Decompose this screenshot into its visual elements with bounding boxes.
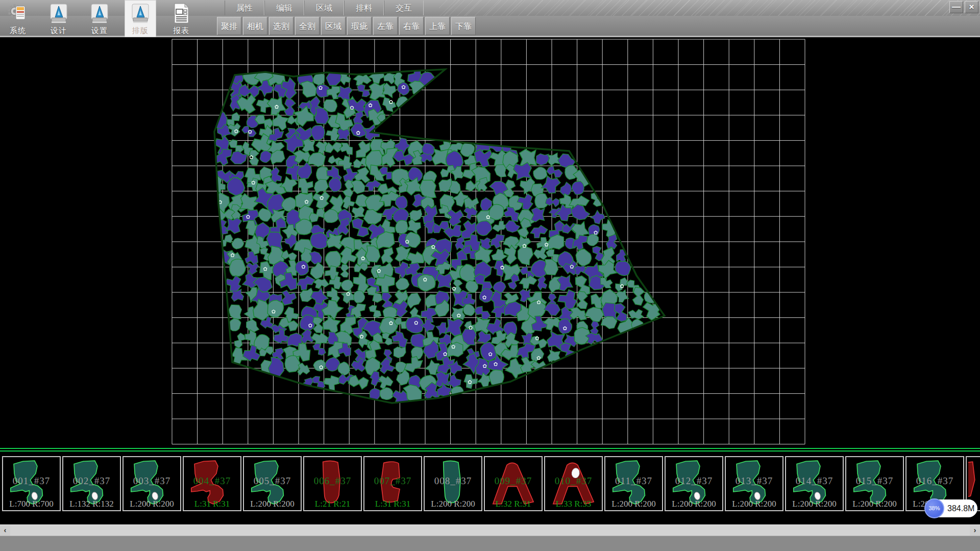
window-controls: — × (949, 1, 978, 13)
piece-lr-count: L:200 R:200 (605, 499, 662, 509)
nav-button-nesting[interactable]: 排版 (125, 0, 156, 37)
piece-name: 013_#37 (726, 475, 782, 487)
tool-button-0[interactable]: 聚排 (217, 17, 241, 35)
nav-label-design: 设计 (43, 26, 75, 36)
piece-lr-count: L:132 R:132 (63, 499, 120, 509)
piece-name: 009_#37 (485, 475, 542, 487)
tool-button-1[interactable]: 相机 (243, 17, 267, 35)
piece-name: 003_#37 (124, 475, 180, 487)
piece-thumbnail-6[interactable]: 006_#37L:21 R:21 (303, 456, 362, 511)
main-nav-bar: 系统设计设置排版报表 (2, 0, 197, 37)
status-bar (0, 536, 980, 551)
set-square-icon (47, 2, 70, 24)
piece-thumbnail-8[interactable]: 008_#37L:200 R:200 (424, 456, 482, 511)
close-button[interactable]: × (965, 1, 978, 13)
application-window: 属性编辑区域排料交互 — × 系统设计设置排版报表 聚排相机选割全割区域瑕疵左靠… (0, 0, 980, 551)
piece-lr-count: L:200 R:200 (726, 499, 782, 509)
piece-thumbnail-11[interactable]: 011_#37L:200 R:200 (604, 456, 663, 511)
strip-divider-line (0, 450, 980, 452)
piece-lr-count: L:700 R:700 (3, 499, 60, 509)
piece-lr-count: L:200 R:200 (846, 499, 903, 509)
tool-button-7[interactable]: 右靠 (399, 17, 424, 35)
report-doc-icon (170, 2, 192, 24)
memory-usage-label: 384.8M (947, 499, 974, 517)
tool-button-9[interactable]: 下靠 (451, 17, 476, 35)
nested-pieces (209, 64, 666, 409)
nav-button-report[interactable]: 报表 (165, 0, 197, 37)
piece-name: 008_#37 (425, 475, 481, 487)
piece-lr-count: L:21 R:21 (304, 499, 361, 509)
piece-thumbnail-7[interactable]: 007_#37L:31 R:31 (363, 456, 422, 511)
piece-name: 001_#37 (3, 475, 60, 487)
piece-thumbnail-9[interactable]: 009_#37L:32 R:31 (484, 456, 543, 511)
piece-thumbnail-4[interactable]: 004_#37L:31 R:31 (183, 456, 241, 511)
piece-name: 010_#37 (545, 475, 602, 487)
progress-badge: 38% (924, 498, 944, 518)
strip-divider-line (0, 448, 980, 449)
piece-thumbnail-2[interactable]: 002_#37L:132 R:132 (62, 456, 121, 511)
nav-button-settings[interactable]: 设置 (84, 0, 115, 37)
scroll-right-arrow[interactable]: › (970, 525, 980, 536)
piece-thumbnail-10[interactable]: 010_#37L:33 R:33 (544, 456, 603, 511)
piece-name: 011_#37 (605, 475, 662, 487)
piece-thumbnail-row: 001_#37L:700 R:700002_#37L:132 R:132003_… (2, 456, 980, 511)
nesting-canvas-area[interactable] (0, 37, 980, 448)
memory-status-pill: 38% 384.8M (925, 499, 977, 517)
horizontal-scrollbar[interactable]: ‹ › (0, 524, 980, 536)
nav-label-report: 报表 (165, 26, 197, 36)
piece-name: 005_#37 (244, 475, 301, 487)
nesting-canvas[interactable] (0, 37, 980, 448)
tool-button-3[interactable]: 全割 (295, 17, 320, 35)
set-square-icon (129, 2, 152, 24)
menu-tab-bar: 属性编辑区域排料交互 (225, 1, 424, 15)
nav-button-design[interactable]: 设计 (43, 0, 75, 37)
menu-tab-2[interactable]: 区域 (304, 1, 344, 15)
titlebar-grip-texture (439, 0, 980, 16)
tool-button-2[interactable]: 选割 (269, 17, 293, 35)
gear-doc-icon (7, 2, 29, 24)
minimize-button[interactable]: — (949, 1, 963, 13)
tool-button-5[interactable]: 瑕疵 (347, 17, 372, 35)
nav-button-system[interactable]: 系统 (2, 0, 34, 37)
piece-name: 006_#37 (304, 475, 361, 487)
piece-thumbnail-1[interactable]: 001_#37L:700 R:700 (2, 456, 61, 511)
piece-lr-count: L:33 R:33 (545, 499, 602, 509)
piece-name: 012_#37 (666, 475, 722, 487)
scroll-left-arrow[interactable]: ‹ (0, 525, 10, 536)
tool-button-8[interactable]: 上靠 (425, 17, 450, 35)
piece-name: 002_#37 (63, 475, 120, 487)
piece-lr-count: L:200 R:200 (124, 499, 180, 509)
piece-thumbnail-12[interactable]: 012_#37L:200 R:200 (665, 456, 723, 511)
tool-button-4[interactable]: 区域 (321, 17, 346, 35)
piece-lr-count: L:200 R:200 (786, 499, 843, 509)
piece-thumbnail-15[interactable]: 015_#37L:200 R:200 (845, 456, 904, 511)
piece-lr-count: L:31 R:31 (364, 499, 421, 509)
set-square-icon (88, 2, 111, 24)
piece-thumbnail-3[interactable]: 003_#37L:200 R:200 (122, 456, 181, 511)
top-toolbar: 属性编辑区域排料交互 — × 系统设计设置排版报表 聚排相机选割全割区域瑕疵左靠… (0, 0, 980, 37)
nav-label-settings: 设置 (84, 26, 115, 36)
piece-lr-count: L:32 R:31 (485, 499, 542, 509)
piece-name: 007_#37 (364, 475, 421, 487)
tool-button-6[interactable]: 左靠 (373, 17, 398, 35)
menu-tab-4[interactable]: 交互 (384, 1, 424, 15)
piece-name: 015_#37 (846, 475, 903, 487)
piece-thumbnail-5[interactable]: 005_#37L:200 R:200 (243, 456, 302, 511)
nav-label-nesting: 排版 (125, 26, 156, 36)
piece-thumbnail-14[interactable]: 014_#37L:200 R:200 (785, 456, 844, 511)
piece-lr-count: L:200 R:200 (666, 499, 722, 509)
piece-name: 004_#37 (184, 475, 240, 487)
menu-tab-0[interactable]: 属性 (225, 1, 264, 15)
piece-name: 014_#37 (786, 475, 843, 487)
menu-tab-1[interactable]: 编辑 (264, 1, 304, 15)
piece-lr-count: L:200 R:200 (244, 499, 301, 509)
menu-tab-3[interactable]: 排料 (344, 1, 384, 15)
piece-name: 016_#37 (906, 475, 963, 487)
piece-library-strip: 001_#37L:700 R:700002_#37L:132 R:132003_… (0, 448, 980, 524)
piece-lr-count: L:200 R:200 (425, 499, 481, 509)
tool-button-row: 聚排相机选割全割区域瑕疵左靠右靠上靠下靠 (217, 17, 476, 35)
nav-label-system: 系统 (2, 26, 34, 36)
piece-lr-count: L:31 R:31 (184, 499, 240, 509)
piece-thumbnail-13[interactable]: 013_#37L:200 R:200 (725, 456, 783, 511)
